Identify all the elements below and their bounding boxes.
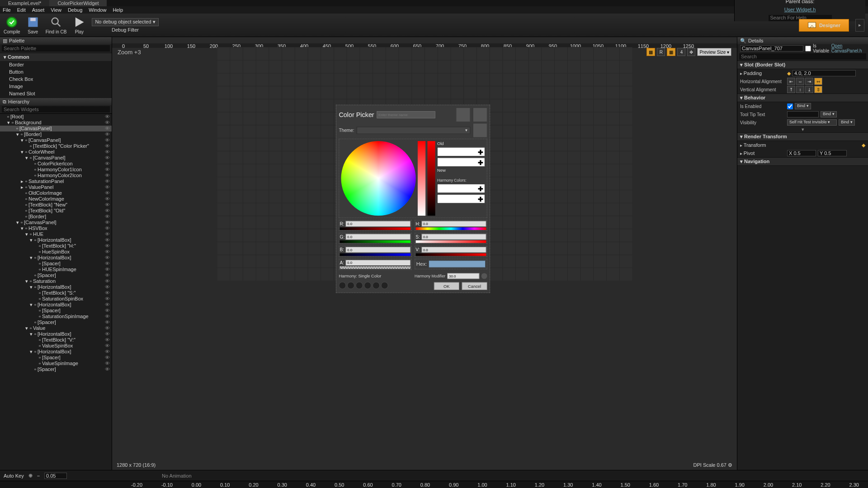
- save-button[interactable]: Save: [27, 16, 39, 34]
- vp-fit-icon[interactable]: ✥: [687, 48, 695, 56]
- tree-item[interactable]: ▸▫ SaturationPanel👁: [0, 178, 112, 184]
- vp-toggle-grid[interactable]: ▦: [667, 48, 675, 56]
- tree-item[interactable]: ▾▫ ColorWheel👁: [0, 149, 112, 155]
- value-slider[interactable]: [427, 141, 435, 216]
- halign-left[interactable]: ⇤: [787, 78, 795, 85]
- hierarchy-search[interactable]: [2, 106, 110, 113]
- menu-window[interactable]: Window: [89, 7, 106, 13]
- h-input[interactable]: [421, 221, 486, 227]
- theme-settings-icon[interactable]: [473, 123, 487, 138]
- tree-item[interactable]: ▾▫ HUE👁: [0, 231, 112, 237]
- tree-item[interactable]: ▫ [Spacer]👁: [0, 261, 112, 267]
- hierarchy-tree[interactable]: ▫ [Root]👁▾▫ Background👁▫ [CanvasPanel]👁▾…: [0, 113, 112, 470]
- open-header-link[interactable]: Open CanvasPanel.h: [831, 43, 865, 53]
- harmony-swatch-2[interactable]: ✚: [437, 194, 485, 203]
- timeline[interactable]: -0.20-0.100.000.100.200.300.400.500.600.…: [0, 481, 868, 488]
- s-bar[interactable]: [415, 240, 486, 243]
- debug-object-dropdown[interactable]: No debug object selected ▾: [92, 18, 158, 26]
- theme-dropdown[interactable]: ▼: [357, 127, 470, 134]
- tree-item[interactable]: ▫ OldColorImage👁: [0, 190, 112, 196]
- old-color-swatch[interactable]: ✚: [437, 147, 485, 156]
- details-search[interactable]: [739, 53, 866, 60]
- graph-mode-collapsed[interactable]: ▸: [855, 19, 864, 32]
- halign-center[interactable]: ↔: [796, 78, 804, 85]
- v-input[interactable]: [421, 247, 486, 253]
- tree-item[interactable]: ▫ ValueSpinBox👁: [0, 343, 112, 349]
- bind-button[interactable]: Bind ▾: [795, 103, 811, 109]
- canvas[interactable]: Color Picker Theme: ▼ Old ✚: [217, 47, 632, 281]
- g-input[interactable]: [346, 234, 410, 240]
- pivot-y-input[interactable]: [818, 150, 847, 156]
- delete-theme-icon[interactable]: [473, 108, 487, 122]
- pivot-x-input[interactable]: [787, 150, 816, 156]
- valign-top[interactable]: ⤒: [787, 86, 795, 93]
- key-step-input[interactable]: [44, 473, 67, 479]
- tree-item[interactable]: ▫ [Spacer]👁: [0, 272, 112, 278]
- tree-item[interactable]: ▾▫ [HorizontalBox]👁: [0, 255, 112, 261]
- tree-item[interactable]: ▫ [TextBlock] "S:"👁: [0, 290, 112, 296]
- object-name-input[interactable]: [740, 45, 803, 52]
- play-button[interactable]: Play: [73, 16, 85, 34]
- cancel-button[interactable]: Cancel: [462, 282, 487, 290]
- menu-view[interactable]: View: [51, 7, 61, 13]
- tree-item[interactable]: ▾▫ Saturation👁: [0, 278, 112, 284]
- tree-item[interactable]: ▫ [Spacer]👁: [0, 319, 112, 325]
- palette-category[interactable]: ▾ Common: [0, 53, 112, 61]
- tree-item[interactable]: ▫ [Root]👁: [0, 114, 112, 120]
- valign-center[interactable]: ↕: [796, 86, 804, 93]
- halign-fill[interactable]: ⇿: [814, 78, 822, 85]
- tree-item[interactable]: ▫ HUESpinImage👁: [0, 267, 112, 272]
- compile-button[interactable]: Compile: [4, 16, 20, 34]
- harmony-mod-input[interactable]: [447, 273, 479, 279]
- a-input[interactable]: [346, 260, 410, 266]
- tree-item[interactable]: ▾▫ Background👁: [0, 120, 112, 126]
- a-bar[interactable]: [340, 266, 410, 269]
- parent-class-link[interactable]: User Widget.h: [784, 7, 816, 12]
- palette-search[interactable]: [2, 45, 110, 52]
- tree-item[interactable]: ▫ SaturationSpinBox👁: [0, 296, 112, 302]
- tree-item[interactable]: ▫ [Spacer]👁: [0, 308, 112, 314]
- preview-size-dropdown[interactable]: Preview Size ▾: [697, 48, 731, 56]
- saturation-slider[interactable]: [418, 141, 425, 216]
- tree-item[interactable]: ▫ SaturationSpinImage👁: [0, 314, 112, 319]
- tree-item[interactable]: ▸▫ ValuePanel👁: [0, 184, 112, 190]
- tree-item[interactable]: ▾▫ Value👁: [0, 325, 112, 331]
- palette-item[interactable]: Border: [0, 61, 112, 68]
- tree-item[interactable]: ▾▫ [CanvasPanel]👁: [0, 220, 112, 225]
- expand-more-icon[interactable]: ▾: [737, 127, 868, 132]
- tree-item[interactable]: ▫ [TextBlock] "Color Picker"👁: [0, 143, 112, 149]
- b-bar[interactable]: [340, 253, 410, 256]
- tree-item[interactable]: ▫ [Border]👁: [0, 214, 112, 220]
- tree-item[interactable]: ▫ ColorPickerIcon👁: [0, 161, 112, 167]
- tree-item[interactable]: ▫ HueSpinBox👁: [0, 249, 112, 255]
- tree-item[interactable]: ▫ [TextBlock] "New"👁: [0, 202, 112, 208]
- enabled-checkbox[interactable]: [787, 103, 793, 109]
- tree-item[interactable]: ▫ ValueSpinImage👁: [0, 361, 112, 366]
- g-bar[interactable]: [340, 240, 410, 243]
- vp-toggle-outline[interactable]: ▦: [646, 48, 655, 56]
- group-render[interactable]: ▾ Render Transform: [737, 132, 868, 141]
- ok-button[interactable]: OK: [434, 282, 459, 290]
- bind-button[interactable]: Bind ▾: [839, 119, 855, 126]
- tree-item[interactable]: ▫ HarmonyColor1Icon👁: [0, 167, 112, 173]
- gear-icon[interactable]: ⚙: [728, 462, 732, 468]
- vp-grid-size[interactable]: 4: [677, 48, 685, 56]
- menu-file[interactable]: File: [3, 7, 11, 13]
- v-bar[interactable]: [415, 253, 486, 256]
- menu-edit[interactable]: Edit: [17, 7, 26, 13]
- harmony-mod-knob[interactable]: [481, 273, 487, 279]
- designer-mode-button[interactable]: Designer: [799, 19, 849, 32]
- minus-icon[interactable]: −: [37, 473, 40, 479]
- palette-item[interactable]: Image: [0, 83, 112, 90]
- menu-help[interactable]: Help: [113, 7, 123, 13]
- tree-item[interactable]: ▫ NewColorImage👁: [0, 196, 112, 202]
- tree-item[interactable]: ▾▫ [HorizontalBox]👁: [0, 237, 112, 243]
- tree-item[interactable]: ▫ [CanvasPanel]👁: [0, 126, 112, 131]
- padding-input[interactable]: [793, 70, 856, 76]
- tree-item[interactable]: ▾▫ [HorizontalBox]👁: [0, 331, 112, 337]
- palette-item[interactable]: Named Slot: [0, 90, 112, 97]
- tree-item[interactable]: ▾▫ [HorizontalBox]👁: [0, 349, 112, 355]
- r-bar[interactable]: [340, 227, 410, 230]
- tree-item[interactable]: ▫ [TextBlock] "Old"👁: [0, 208, 112, 214]
- halign-right[interactable]: ⇥: [805, 78, 813, 85]
